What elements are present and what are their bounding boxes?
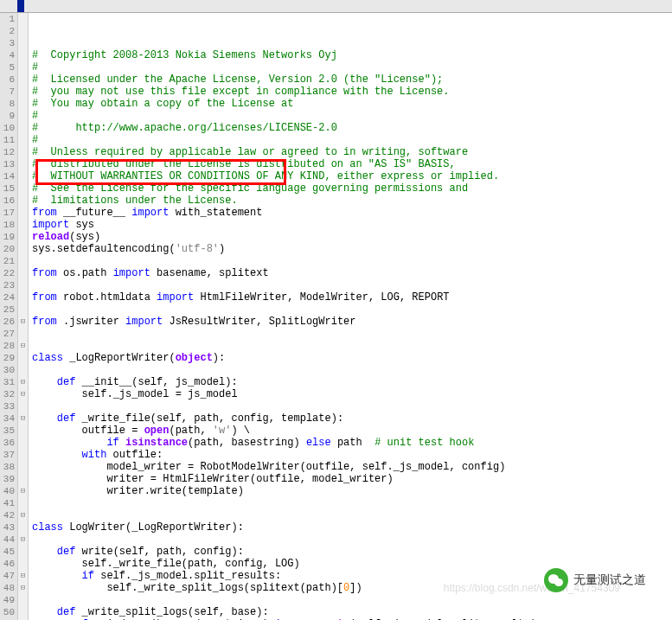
fold-toggle (18, 25, 28, 37)
fold-toggle (18, 558, 28, 570)
fold-toggle[interactable]: ⊟ (18, 534, 28, 546)
line-number: 1 (0, 13, 15, 25)
code-line[interactable]: self._js_model = js_model (32, 388, 672, 400)
fold-toggle[interactable]: ⊟ (18, 570, 28, 582)
line-number: 42 (0, 509, 15, 521)
code-line[interactable]: # WITHOUT WARRANTIES OR CONDITIONS OF AN… (32, 170, 672, 182)
code-line[interactable]: outfile = open(path, 'w') \ (32, 425, 672, 437)
code-line[interactable] (32, 340, 672, 352)
line-number: 12 (0, 146, 15, 158)
line-number: 46 (0, 558, 15, 570)
line-number: 35 (0, 425, 15, 437)
fold-toggle (18, 49, 28, 61)
code-line[interactable] (32, 304, 672, 316)
code-line[interactable]: self._write_split_logs(splitext(path)[0]… (32, 582, 672, 594)
code-line[interactable] (32, 497, 672, 509)
fold-toggle (18, 74, 28, 86)
fold-toggle (18, 37, 28, 49)
code-line[interactable]: # limitations under the License. (32, 195, 672, 207)
code-line[interactable]: import sys (32, 219, 672, 231)
line-number: 4 (0, 49, 15, 61)
code-line[interactable]: writer.write(template) (32, 485, 672, 497)
line-number: 39 (0, 473, 15, 485)
code-line[interactable]: # (32, 134, 672, 146)
code-line[interactable]: # http://www.apache.org/licenses/LICENSE… (32, 122, 672, 134)
code-line[interactable] (32, 534, 672, 546)
fold-toggle (18, 279, 28, 291)
line-number: 6 (0, 74, 15, 86)
fold-toggle[interactable]: ⊟ (18, 376, 28, 388)
fold-toggle (18, 98, 28, 110)
fold-toggle (18, 158, 28, 170)
line-number: 48 (0, 582, 15, 594)
code-line[interactable]: # You may obtain a copy of the License a… (32, 98, 672, 110)
code-line[interactable]: reload(sys) (32, 231, 672, 243)
code-area[interactable]: # Copyright 2008-2013 Nokia Siemens Netw… (29, 13, 672, 620)
line-number: 36 (0, 437, 15, 449)
code-line[interactable]: model_writer = RobotModelWriter(outfile,… (32, 461, 672, 473)
code-line[interactable]: from __future__ import with_statement (32, 207, 672, 219)
code-line[interactable]: from os.path import basename, splitext (32, 267, 672, 279)
fold-toggle (18, 352, 28, 364)
code-line[interactable]: with outfile: (32, 449, 672, 461)
line-number: 31 (0, 376, 15, 388)
editor[interactable]: 1234567891011121314151617181920212223242… (0, 13, 672, 620)
code-line[interactable] (32, 255, 672, 267)
code-line[interactable]: # Copyright 2008-2013 Nokia Siemens Netw… (32, 49, 672, 61)
code-line[interactable]: if isinstance(path, basestring) else pat… (32, 437, 672, 449)
line-number: 19 (0, 231, 15, 243)
code-line[interactable] (32, 594, 672, 606)
fold-toggle (18, 134, 28, 146)
fold-toggle[interactable]: ⊟ (18, 485, 28, 497)
code-line[interactable]: # Licensed under the Apache License, Ver… (32, 74, 672, 86)
code-line[interactable]: if self._js_model.split_results: (32, 570, 672, 582)
code-line[interactable]: # distributed under the License is distr… (32, 158, 672, 170)
line-number: 28 (0, 340, 15, 352)
code-line[interactable] (32, 400, 672, 412)
code-line[interactable]: from robot.htmldata import HtmlFileWrite… (32, 291, 672, 304)
line-number: 15 (0, 182, 15, 195)
fold-toggle[interactable]: ⊟ (18, 412, 28, 425)
code-line[interactable]: def _write_file(self, path, config, temp… (32, 412, 672, 425)
fold-toggle (18, 291, 28, 304)
code-line[interactable]: def write(self, path, config): (32, 546, 672, 558)
code-line[interactable] (32, 509, 672, 521)
code-line[interactable]: # (32, 110, 672, 122)
line-number: 30 (0, 364, 15, 376)
code-line[interactable]: writer = HtmlFileWriter(outfile, model_w… (32, 473, 672, 485)
fold-toggle[interactable]: ⊟ (18, 316, 28, 328)
code-line[interactable]: # Unless required by applicable law or a… (32, 146, 672, 158)
code-line[interactable] (32, 364, 672, 376)
line-number: 38 (0, 461, 15, 473)
code-line[interactable]: def __init__(self, js_model): (32, 376, 672, 388)
code-line[interactable]: class _LogReportWriter(object): (32, 352, 672, 364)
line-number: 11 (0, 134, 15, 146)
line-number: 40 (0, 485, 15, 497)
fold-toggle (18, 400, 28, 412)
line-number: 32 (0, 388, 15, 400)
fold-toggle (18, 437, 28, 449)
line-number: 50 (0, 606, 15, 618)
fold-toggle (18, 304, 28, 316)
column-ruler: ---|----1----|----2----|----3----|----4-… (0, 0, 672, 13)
code-line[interactable]: # See the License for the specific langu… (32, 182, 672, 195)
code-line[interactable]: # (32, 61, 672, 74)
line-number: 47 (0, 570, 15, 582)
code-line[interactable]: class LogWriter(_LogReportWriter): (32, 521, 672, 534)
line-number: 20 (0, 243, 15, 255)
fold-toggle (18, 122, 28, 134)
fold-toggle[interactable]: ⊟ (18, 388, 28, 400)
code-line[interactable]: def _write_split_logs(self, base): (32, 606, 672, 618)
fold-toggle (18, 497, 28, 509)
code-line[interactable] (32, 328, 672, 340)
code-line[interactable]: # you may not use this file except in co… (32, 86, 672, 98)
fold-toggle[interactable]: ⊟ (18, 340, 28, 352)
code-line[interactable]: sys.setdefaultencoding('utf-8') (32, 243, 672, 255)
fold-toggle[interactable]: ⊟ (18, 509, 28, 521)
code-line[interactable]: self._write_file(path, config, LOG) (32, 558, 672, 570)
code-line[interactable] (32, 279, 672, 291)
fold-column[interactable]: ⊟⊟⊟⊟⊟⊟⊟⊟⊟⊟ (18, 13, 29, 620)
code-line[interactable]: from .jswriter import JsResultWriter, Sp… (32, 316, 672, 328)
fold-toggle[interactable]: ⊟ (18, 582, 28, 594)
line-number: 2 (0, 25, 15, 37)
